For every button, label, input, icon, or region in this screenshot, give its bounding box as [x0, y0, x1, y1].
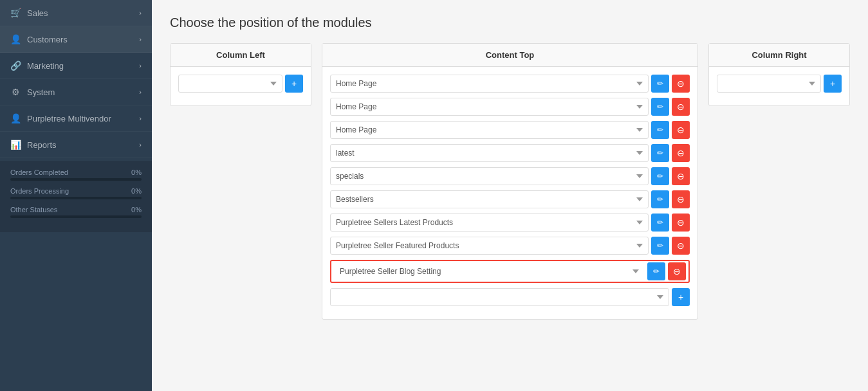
stat-bar-bg-other — [10, 215, 142, 218]
center-delete-4[interactable]: ⊖ — [672, 144, 690, 162]
center-select-1[interactable]: Home Page — [330, 75, 649, 93]
chevron-icon: › — [139, 62, 142, 69]
center-select-10[interactable] — [330, 288, 669, 306]
center-edit-7[interactable]: ✏ — [651, 214, 669, 232]
column-center-panel: Content Top Home Page ✏ ⊖ Home Page ✏ ⊖ — [322, 43, 698, 320]
chevron-icon: › — [139, 35, 142, 43]
center-edit-5[interactable]: ✏ — [651, 167, 669, 185]
column-left-body: + — [171, 67, 311, 105]
main-content: Choose the position of the modules Colum… — [152, 0, 868, 391]
center-row-4: latest ✏ ⊖ — [330, 144, 690, 162]
system-icon: ⚙ — [10, 87, 21, 97]
center-delete-8[interactable]: ⊖ — [672, 237, 690, 255]
sidebar-item-customers[interactable]: 👤 Customers › — [0, 26, 152, 53]
column-center-body: Home Page ✏ ⊖ Home Page ✏ ⊖ Home Page — [322, 67, 697, 319]
center-row-7: Purpletree Sellers Latest Products ✏ ⊖ — [330, 214, 690, 232]
sidebar-item-system[interactable]: ⚙ System › — [0, 79, 152, 105]
center-row-2: Home Page ✏ ⊖ — [330, 98, 690, 116]
sidebar-label-purpletree: Purpletree Multivendor — [27, 114, 111, 123]
stat-bar-bg-processing — [10, 197, 142, 199]
sidebar-item-purpletree[interactable]: 👤 Purpletree Multivendor › — [0, 105, 152, 132]
stat-orders-completed: Orders Completed 0% — [10, 168, 142, 181]
stat-label-other: Other Statuses — [10, 206, 57, 214]
center-select-3[interactable]: Home Page — [330, 121, 649, 139]
sidebar-label-system: System — [27, 87, 55, 97]
column-right-row: + — [717, 75, 842, 93]
stat-label-completed: Orders Completed — [10, 168, 68, 176]
columns-layout: Column Left + Content Top Home Page — [170, 43, 850, 320]
column-left-header: Column Left — [171, 44, 311, 67]
stat-bar-bg-completed — [10, 178, 142, 181]
sidebar: 🛒 Sales › 👤 Customers › 🔗 Marketing › ⚙ … — [0, 0, 152, 391]
center-row-9-highlighted: Purpletree Seller Blog Setting ✏ ⊖ — [330, 260, 690, 283]
column-right-header: Column Right — [709, 44, 849, 67]
sidebar-label-reports: Reports — [27, 140, 57, 150]
sidebar-label-marketing: Marketing — [27, 61, 64, 71]
center-delete-6[interactable]: ⊖ — [672, 190, 690, 208]
stat-orders-processing: Orders Processing 0% — [10, 187, 142, 199]
center-row-5: specials ✏ ⊖ — [330, 167, 690, 185]
center-delete-1[interactable]: ⊖ — [672, 75, 690, 93]
purpletree-icon: 👤 — [10, 113, 21, 123]
sidebar-item-reports[interactable]: 📊 Reports › — [0, 132, 152, 158]
center-edit-3[interactable]: ✏ — [651, 121, 669, 139]
column-right-add-button[interactable]: + — [824, 75, 842, 93]
center-row-6: Bestsellers ✏ ⊖ — [330, 190, 690, 208]
center-select-9[interactable]: Purpletree Seller Blog Setting — [334, 262, 645, 280]
sidebar-stats: Orders Completed 0% Orders Processing 0%… — [0, 161, 152, 232]
center-select-4[interactable]: latest — [330, 144, 649, 162]
center-delete-3[interactable]: ⊖ — [672, 121, 690, 139]
center-row-1: Home Page ✏ ⊖ — [330, 75, 690, 93]
column-center-header: Content Top — [322, 44, 697, 67]
stat-value-processing: 0% — [131, 187, 142, 195]
center-edit-4[interactable]: ✏ — [651, 144, 669, 162]
center-select-7[interactable]: Purpletree Sellers Latest Products — [330, 214, 649, 232]
center-delete-7[interactable]: ⊖ — [672, 214, 690, 232]
center-delete-2[interactable]: ⊖ — [672, 98, 690, 116]
column-left-row: + — [178, 75, 303, 93]
center-row-10: + — [330, 288, 690, 306]
column-left-panel: Column Left + — [170, 43, 311, 106]
column-left-add-button[interactable]: + — [285, 75, 303, 93]
center-delete-9[interactable]: ⊖ — [668, 262, 686, 280]
chevron-icon: › — [139, 9, 142, 17]
sidebar-item-marketing[interactable]: 🔗 Marketing › — [0, 53, 152, 79]
center-add-10[interactable]: + — [672, 288, 690, 306]
column-left-select[interactable] — [178, 75, 282, 93]
center-select-8[interactable]: Purpletree Seller Featured Products — [330, 237, 649, 255]
center-select-5[interactable]: specials — [330, 167, 649, 185]
marketing-icon: 🔗 — [10, 60, 21, 71]
stat-value-other: 0% — [131, 206, 142, 214]
center-edit-2[interactable]: ✏ — [651, 98, 669, 116]
stat-value-completed: 0% — [131, 168, 142, 176]
customers-icon: 👤 — [10, 34, 21, 44]
reports-icon: 📊 — [10, 140, 21, 150]
chevron-icon: › — [139, 88, 142, 96]
column-right-select[interactable] — [717, 75, 821, 93]
center-edit-6[interactable]: ✏ — [651, 190, 669, 208]
center-select-6[interactable]: Bestsellers — [330, 190, 649, 208]
center-select-2[interactable]: Home Page — [330, 98, 649, 116]
center-row-8: Purpletree Seller Featured Products ✏ ⊖ — [330, 237, 690, 255]
center-row-3: Home Page ✏ ⊖ — [330, 121, 690, 139]
page-title: Choose the position of the modules — [170, 15, 850, 30]
sidebar-label-sales: Sales — [27, 8, 48, 18]
sidebar-item-sales[interactable]: 🛒 Sales › — [0, 0, 152, 26]
sidebar-label-customers: Customers — [27, 35, 68, 44]
center-edit-9[interactable]: ✏ — [647, 262, 665, 280]
center-edit-1[interactable]: ✏ — [651, 75, 669, 93]
chevron-icon: › — [139, 141, 142, 149]
column-right-panel: Column Right + — [708, 43, 850, 106]
stat-other-statuses: Other Statuses 0% — [10, 206, 142, 218]
stat-label-processing: Orders Processing — [10, 187, 69, 195]
chevron-icon: › — [139, 114, 142, 122]
column-right-body: + — [709, 67, 849, 105]
center-edit-8[interactable]: ✏ — [651, 237, 669, 255]
sales-icon: 🛒 — [10, 8, 21, 18]
center-delete-5[interactable]: ⊖ — [672, 167, 690, 185]
